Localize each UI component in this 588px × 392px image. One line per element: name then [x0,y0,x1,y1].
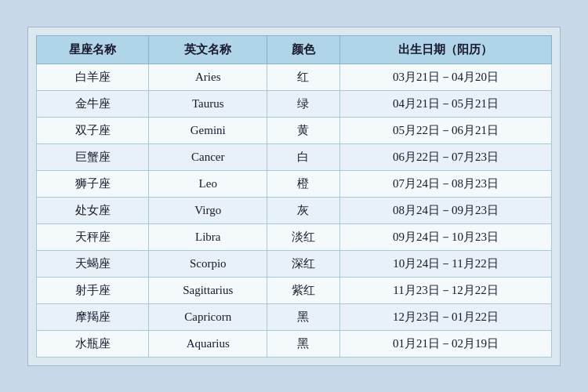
cell-chinese: 摩羯座 [37,303,149,330]
cell-color: 灰 [267,197,340,223]
cell-dates: 07月24日－08月23日 [339,170,551,197]
cell-chinese: 白羊座 [37,64,149,90]
cell-color: 橙 [267,170,340,197]
cell-dates: 03月21日－04月20日 [339,64,551,90]
cell-dates: 11月23日－12月22日 [339,277,551,303]
cell-color: 黄 [267,117,340,143]
cell-dates: 04月21日－05月21日 [339,90,551,117]
cell-english: Scorpio [149,250,267,277]
zodiac-table-container: 星座名称 英文名称 颜色 出生日期（阳历） 白羊座Aries红03月21日－04… [27,27,561,366]
table-row: 天秤座Libra淡红09月24日－10月23日 [37,223,552,250]
cell-english: Taurus [149,90,267,117]
header-chinese-name: 星座名称 [37,35,149,64]
cell-dates: 01月21日－02月19日 [339,330,551,357]
cell-chinese: 双子座 [37,117,149,143]
cell-chinese: 天秤座 [37,223,149,250]
table-header-row: 星座名称 英文名称 颜色 出生日期（阳历） [37,35,552,64]
cell-chinese: 射手座 [37,277,149,303]
cell-color: 紫红 [267,277,340,303]
cell-english: Capricorn [149,303,267,330]
cell-english: Cancer [149,143,267,170]
cell-chinese: 天蝎座 [37,250,149,277]
table-body: 白羊座Aries红03月21日－04月20日金牛座Taurus绿04月21日－0… [37,64,552,357]
cell-dates: 10月24日－11月22日 [339,250,551,277]
cell-chinese: 巨蟹座 [37,143,149,170]
table-row: 狮子座Leo橙07月24日－08月23日 [37,170,552,197]
cell-english: Sagittarius [149,277,267,303]
table-row: 天蝎座Scorpio深红10月24日－11月22日 [37,250,552,277]
table-row: 双子座Gemini黄05月22日－06月21日 [37,117,552,143]
table-row: 白羊座Aries红03月21日－04月20日 [37,64,552,90]
cell-color: 绿 [267,90,340,117]
cell-english: Aries [149,64,267,90]
table-row: 巨蟹座Cancer白06月22日－07月23日 [37,143,552,170]
cell-color: 黑 [267,330,340,357]
header-english-name: 英文名称 [149,35,267,64]
cell-chinese: 狮子座 [37,170,149,197]
zodiac-table: 星座名称 英文名称 颜色 出生日期（阳历） 白羊座Aries红03月21日－04… [36,35,552,358]
cell-color: 深红 [267,250,340,277]
cell-dates: 05月22日－06月21日 [339,117,551,143]
cell-dates: 12月23日－01月22日 [339,303,551,330]
cell-chinese: 金牛座 [37,90,149,117]
cell-color: 白 [267,143,340,170]
cell-color: 红 [267,64,340,90]
cell-english: Libra [149,223,267,250]
table-row: 金牛座Taurus绿04月21日－05月21日 [37,90,552,117]
cell-chinese: 处女座 [37,197,149,223]
cell-color: 黑 [267,303,340,330]
cell-english: Leo [149,170,267,197]
table-row: 处女座Virgo灰08月24日－09月23日 [37,197,552,223]
cell-color: 淡红 [267,223,340,250]
cell-english: Gemini [149,117,267,143]
cell-english: Virgo [149,197,267,223]
cell-chinese: 水瓶座 [37,330,149,357]
header-color: 颜色 [267,35,340,64]
table-row: 摩羯座Capricorn黑12月23日－01月22日 [37,303,552,330]
table-row: 水瓶座Aquarius黑01月21日－02月19日 [37,330,552,357]
cell-english: Aquarius [149,330,267,357]
table-row: 射手座Sagittarius紫红11月23日－12月22日 [37,277,552,303]
header-dates: 出生日期（阳历） [339,35,551,64]
cell-dates: 06月22日－07月23日 [339,143,551,170]
cell-dates: 09月24日－10月23日 [339,223,551,250]
cell-dates: 08月24日－09月23日 [339,197,551,223]
